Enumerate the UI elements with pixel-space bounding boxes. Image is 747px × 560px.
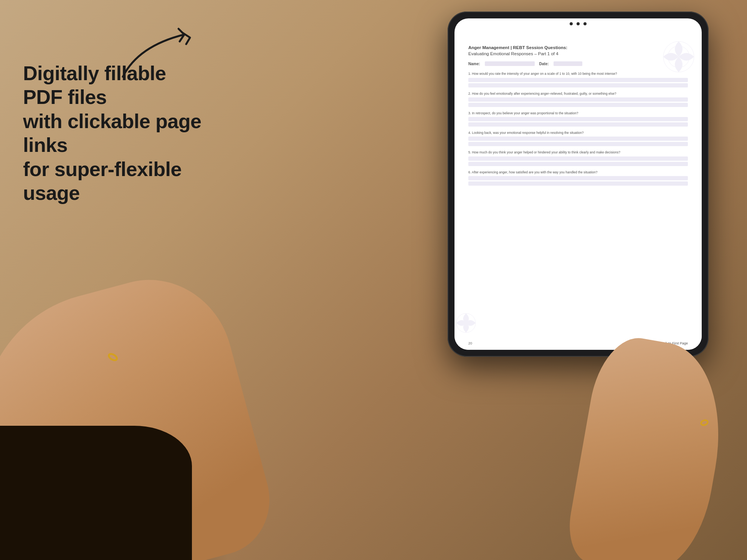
question-4: 4. Looking back, was your emotional resp… [468, 130, 688, 146]
question-3-text: 3. In retrospect, do you believe your an… [468, 111, 688, 115]
question-2: 2. How do you feel emotionally after exp… [468, 91, 688, 107]
tablet: Anger Management | REBT Session Question… [448, 12, 709, 357]
question-6: 6. After experiencing anger, how satisfi… [468, 170, 688, 186]
pdf-title: Anger Management | REBT Session Question… [468, 44, 688, 57]
question-5-text: 5. How much do you think your anger help… [468, 150, 688, 155]
question-1: 1. How would you rate the intensity of y… [468, 71, 688, 87]
answer-line [468, 83, 688, 87]
question-3: 3. In retrospect, do you believe your an… [468, 111, 688, 127]
question-5: 5. How much do you think your anger help… [468, 150, 688, 166]
name-field[interactable] [485, 61, 535, 66]
pdf-title-line1: Anger Management | REBT Session Question… [468, 44, 688, 51]
answer-line [468, 162, 688, 166]
date-label: Date: [539, 62, 549, 66]
question-6-answer[interactable] [468, 176, 688, 186]
question-1-text: 1. How would you rate the intensity of y… [468, 71, 688, 76]
question-5-answer[interactable] [468, 156, 688, 166]
answer-line [468, 181, 688, 186]
answer-line [468, 156, 688, 161]
name-label: Name: [468, 62, 480, 66]
pdf-page: Anger Management | REBT Session Question… [454, 34, 702, 350]
camera-dot-3 [583, 22, 587, 25]
question-2-text: 2. How do you feel emotionally after exp… [468, 91, 688, 96]
camera-dot-1 [570, 22, 573, 25]
answer-line [468, 117, 688, 121]
answer-line [468, 142, 688, 146]
tablet-outer-frame: Anger Management | REBT Session Question… [448, 12, 709, 357]
pdf-name-date-row: Name: Date: [468, 61, 688, 66]
pdf-title-line2: Evaluating Emotional Responses – Part 1 … [468, 51, 688, 57]
tablet-screen: Anger Management | REBT Session Question… [454, 18, 702, 350]
question-6-text: 6. After experiencing anger, how satisfi… [468, 170, 688, 175]
body-dark [0, 426, 192, 560]
answer-line [468, 78, 688, 82]
answer-line [468, 122, 688, 127]
main-heading: Digitally fillable PDF files with clicka… [23, 61, 207, 205]
question-2-answer[interactable] [468, 97, 688, 107]
question-3-answer[interactable] [468, 117, 688, 127]
answer-line [468, 103, 688, 107]
answer-line [468, 176, 688, 180]
question-4-answer[interactable] [468, 137, 688, 146]
camera-dot-2 [577, 22, 580, 25]
question-1-answer[interactable] [468, 78, 688, 87]
left-text-panel: Digitally fillable PDF files with clicka… [23, 61, 207, 205]
pdf-page-number: 20 [468, 341, 472, 345]
tablet-camera [570, 22, 587, 25]
floral-decoration-bottom [454, 308, 501, 338]
answer-line [468, 137, 688, 141]
pdf-content: Anger Management | REBT Session Question… [468, 44, 688, 186]
date-field[interactable] [554, 61, 582, 66]
answer-line [468, 97, 688, 102]
question-4-text: 4. Looking back, was your emotional resp… [468, 130, 688, 135]
